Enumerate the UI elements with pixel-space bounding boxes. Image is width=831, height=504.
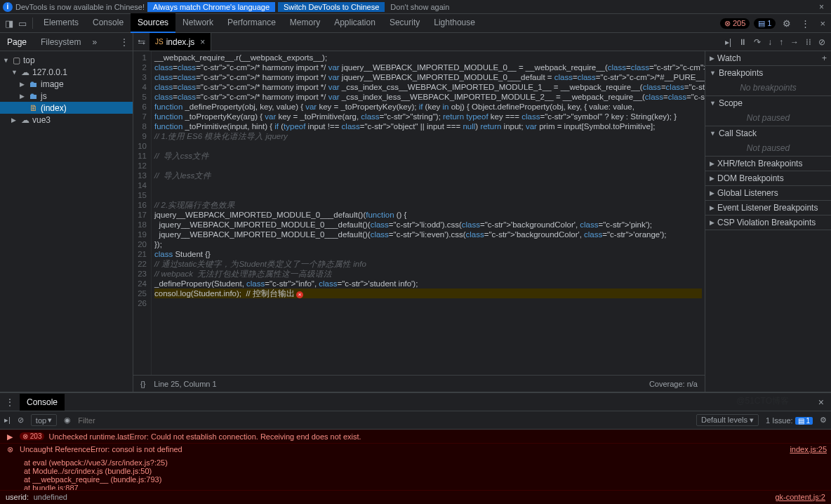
switch-language-button[interactable]: Switch DevTools to Chinese: [278, 2, 385, 12]
console-msg-error[interactable]: ⊗ Uncaught ReferenceError: consol is not…: [0, 444, 831, 490]
tab-sources[interactable]: Sources: [131, 13, 175, 33]
device-toggle-icon[interactable]: ▭: [16, 18, 29, 29]
step-out-icon[interactable]: ↑: [779, 37, 783, 47]
step-over-icon[interactable]: ↷: [754, 37, 761, 47]
more-icon[interactable]: ⋮: [116, 34, 133, 51]
dom-bp-section[interactable]: ▶DOM Breakpoints: [705, 171, 831, 185]
callstack-not-paused: Not paused: [705, 140, 831, 156]
scope-not-paused: Not paused: [705, 110, 831, 126]
gear-icon[interactable]: ⚙: [820, 416, 827, 425]
close-icon[interactable]: ×: [200, 37, 205, 47]
watch-section[interactable]: ▶Watch+: [705, 51, 831, 65]
more-icon[interactable]: ⋮: [798, 17, 813, 30]
close-icon[interactable]: ×: [814, 395, 828, 409]
code-editor[interactable]: 1234567891011121314151617181920212223242…: [133, 51, 705, 375]
tree-file-index[interactable]: 🗎(index): [0, 102, 133, 114]
tab-performance[interactable]: Performance: [220, 13, 283, 33]
stack-trace: at eval (webpack://vue3/./src/index.js?:…: [4, 458, 827, 490]
tree-vue3[interactable]: ▶☁vue3: [0, 114, 133, 126]
code-content[interactable]: __webpack_require__.r(__webpack_exports_…: [152, 51, 705, 375]
tab-filesystem[interactable]: Filesystem: [34, 34, 88, 51]
separator: [32, 18, 33, 29]
js-file-icon: JS: [155, 38, 164, 46]
filter-input[interactable]: [78, 416, 175, 425]
error-text: Uncaught ReferenceError: consol is not d…: [20, 445, 785, 454]
console-tab[interactable]: Console: [20, 394, 65, 411]
console-msg-warn[interactable]: ▶ ⊗ 203 Unchecked runtime.lastError: Cou…: [0, 431, 831, 444]
callstack-section[interactable]: ▼Call Stack: [705, 126, 831, 140]
coverage-status: Coverage: n/a: [649, 380, 698, 388]
no-breakpoints: No breakpoints: [705, 80, 831, 95]
tab-network[interactable]: Network: [175, 13, 220, 33]
inspect-icon[interactable]: ◨: [3, 18, 15, 29]
error-marker: ×: [296, 291, 303, 298]
deactivate-bp-icon[interactable]: ⁞⁞: [806, 37, 811, 47]
tab-elements[interactable]: Elements: [36, 13, 86, 33]
tab-console[interactable]: Console: [86, 13, 131, 33]
close-icon[interactable]: ×: [815, 1, 828, 13]
live-expression-icon[interactable]: ◉: [64, 416, 71, 425]
global-listeners-section[interactable]: ▶Global Listeners: [705, 186, 831, 200]
file-tree: ▼▢top ▼☁127.0.0.1 ▶🖿image ▶🖿js 🗎(index) …: [0, 51, 133, 392]
error-badge[interactable]: ⊗ 205: [720, 18, 750, 29]
tab-memory[interactable]: Memory: [283, 13, 327, 33]
main-tabs: ElementsConsoleSourcesNetworkPerformance…: [36, 13, 482, 33]
warn-text: Unchecked runtime.lastError: Could not e…: [48, 432, 827, 442]
csp-bp-section[interactable]: ▶CSP Violation Breakpoints: [705, 215, 831, 230]
source-link-2[interactable]: gk-content.js:2: [775, 493, 825, 501]
navigate-icon[interactable]: ⮀: [133, 38, 149, 46]
pause-exceptions-icon[interactable]: ⊘: [818, 37, 825, 47]
notif-text: DevTools is now available in Chinese!: [15, 3, 145, 11]
file-tab-indexjs[interactable]: JS index.js ×: [149, 33, 211, 51]
step-icon[interactable]: →: [790, 37, 799, 47]
more-tabs-icon[interactable]: ▸|: [725, 37, 731, 47]
debugger-panel: ▶Watch+ ▼BreakpointsNo breakpoints ▼Scop…: [705, 51, 831, 392]
xhr-bp-section[interactable]: ▶XHR/fetch Breakpoints: [705, 157, 831, 171]
sidebar-toggle-icon[interactable]: ▸|: [4, 416, 11, 425]
console-output[interactable]: ▶ ⊗ 203 Unchecked runtime.lastError: Cou…: [0, 430, 831, 490]
tree-top[interactable]: ▼▢top: [0, 54, 133, 66]
issue-badge[interactable]: ▤ 1: [754, 18, 776, 29]
tab-lighthouse[interactable]: Lighthouse: [427, 13, 482, 33]
log-levels-selector[interactable]: Default levels ▾: [696, 414, 759, 426]
tree-folder-image[interactable]: ▶🖿image: [0, 78, 133, 90]
scope-section[interactable]: ▼Scope: [705, 96, 831, 110]
file-tab-label: index.js: [166, 37, 195, 47]
play-icon: ▶: [4, 432, 15, 442]
error-icon: ⊗: [4, 445, 15, 454]
clear-console-icon[interactable]: ⊘: [18, 416, 24, 425]
cursor-position: Line 25, Column 1: [154, 380, 216, 388]
close-devtools-icon[interactable]: ×: [817, 17, 828, 30]
console-log-userid: userid: undefined gk-content.js:2: [0, 490, 831, 504]
line-gutter: 1234567891011121314151617181920212223242…: [133, 51, 152, 375]
event-bp-section[interactable]: ▶Event Listener Breakpoints: [705, 201, 831, 215]
tree-host[interactable]: ▼☁127.0.0.1: [0, 66, 133, 78]
breakpoints-section[interactable]: ▼Breakpoints: [705, 66, 831, 80]
repeat-count: ⊗ 203: [20, 432, 44, 440]
step-into-icon[interactable]: ↓: [768, 37, 772, 47]
tree-folder-js[interactable]: ▶🖿js: [0, 90, 133, 102]
pause-icon[interactable]: ⏸: [738, 37, 747, 47]
dont-show-again-link[interactable]: Don't show again: [390, 3, 449, 11]
info-icon: i: [3, 2, 13, 12]
add-watch-icon[interactable]: +: [822, 53, 827, 63]
tab-page[interactable]: Page: [0, 34, 34, 51]
source-link[interactable]: index.js:25: [790, 445, 827, 454]
pretty-print-icon[interactable]: {}: [140, 380, 145, 388]
gear-icon[interactable]: ⚙: [780, 17, 794, 30]
match-language-button[interactable]: Always match Chrome's language: [147, 2, 275, 12]
tab-application[interactable]: Application: [327, 13, 383, 33]
issues-link[interactable]: 1 Issue: ▤ 1: [766, 416, 813, 425]
tab-security[interactable]: Security: [383, 13, 427, 33]
more-tabs-icon[interactable]: »: [88, 34, 101, 51]
context-selector[interactable]: top ▾: [31, 414, 57, 426]
more-icon[interactable]: ⋮: [3, 397, 17, 407]
